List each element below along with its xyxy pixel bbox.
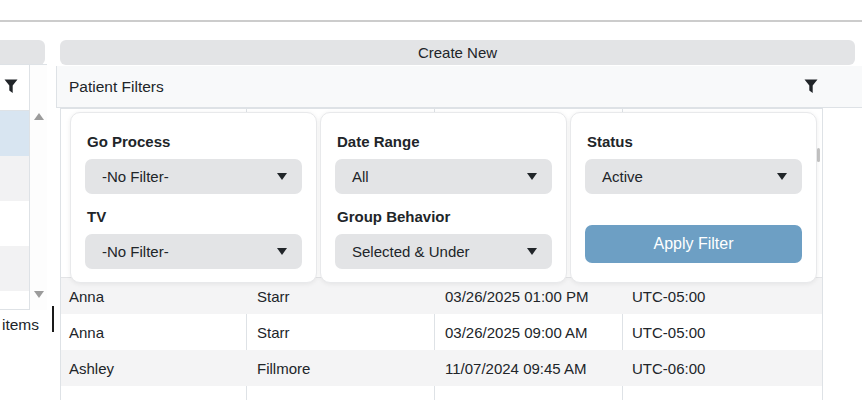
table-row[interactable]: Anna Starr 03/26/2025 01:00 PM UTC-05:00	[61, 278, 822, 314]
cell-datetime: 11/07/2024 09:45 AM	[434, 360, 622, 377]
apply-filter-label: Apply Filter	[653, 235, 733, 253]
filter-card-status: Status Active Apply Filter	[570, 112, 817, 283]
status-value: Active	[585, 168, 643, 185]
patient-filters-header: Patient Filters	[56, 66, 862, 108]
chevron-down-icon	[277, 173, 287, 180]
filter-card-date-range: Date Range All Group Behavior Selected &…	[320, 112, 567, 283]
funnel-icon[interactable]	[4, 79, 18, 94]
chevron-down-icon	[527, 173, 537, 180]
table-row[interactable]: Anna Starr 03/26/2025 09:00 AM UTC-05:00	[61, 314, 822, 350]
cell-timezone: UTC-05:00	[622, 288, 822, 305]
chevron-down-icon	[777, 173, 787, 180]
left-list-item-selected[interactable]	[0, 111, 29, 156]
left-filter-row	[0, 65, 29, 111]
app-window: Create New items Patient Filters	[0, 0, 862, 400]
group-behavior-select[interactable]: Selected & Under	[335, 234, 552, 269]
top-divider	[0, 20, 862, 22]
date-range-select[interactable]: All	[335, 159, 552, 194]
group-behavior-label: Group Behavior	[337, 208, 552, 225]
date-range-label: Date Range	[337, 133, 552, 150]
cell-last-name: Starr	[246, 324, 434, 341]
page-title: Patient Filters	[69, 78, 164, 96]
cell-first-name: Anna	[61, 288, 246, 305]
table-scrollbar-thumb[interactable]	[817, 148, 820, 162]
go-process-select[interactable]: -No Filter-	[85, 159, 302, 194]
create-new-label: Create New	[418, 44, 497, 61]
chevron-down-icon	[277, 248, 287, 255]
left-list-item[interactable]	[0, 156, 29, 201]
cell-last-name: Fillmore	[246, 360, 434, 377]
chevron-down-icon	[527, 248, 537, 255]
group-behavior-value: Selected & Under	[335, 243, 470, 260]
cell-first-name: Ashley	[61, 360, 246, 377]
status-select[interactable]: Active	[585, 159, 802, 194]
cell-datetime: 03/26/2025 09:00 AM	[434, 324, 622, 341]
left-cutoff-button[interactable]	[0, 40, 45, 65]
cell-last-name: Starr	[246, 288, 434, 305]
tv-label: TV	[87, 208, 302, 225]
left-panel-list	[0, 65, 30, 310]
status-label: Status	[587, 133, 802, 150]
cell-timezone: UTC-06:00	[622, 360, 822, 377]
create-new-button[interactable]: Create New	[60, 40, 855, 65]
left-panel	[0, 64, 47, 310]
go-process-label: Go Process	[87, 133, 302, 150]
table-row[interactable]: Ashley Fillmore 11/07/2024 09:45 AM UTC-…	[61, 350, 822, 386]
funnel-icon[interactable]	[804, 79, 818, 94]
text-cursor	[52, 306, 54, 332]
up-arrow-icon[interactable]	[34, 113, 44, 120]
cell-datetime: 03/26/2025 01:00 PM	[434, 288, 622, 305]
left-list-item[interactable]	[0, 201, 29, 246]
items-count-label: items	[2, 316, 39, 334]
apply-filter-button[interactable]: Apply Filter	[585, 225, 802, 263]
down-arrow-icon[interactable]	[34, 291, 44, 298]
cell-timezone: UTC-05:00	[622, 324, 822, 341]
left-list-item[interactable]	[0, 246, 29, 291]
tv-value: -No Filter-	[85, 243, 169, 260]
date-range-value: All	[335, 168, 369, 185]
go-process-value: -No Filter-	[85, 168, 169, 185]
filter-card-go-process: Go Process -No Filter- TV -No Filter-	[70, 112, 317, 283]
tv-select[interactable]: -No Filter-	[85, 234, 302, 269]
left-panel-scrollbar[interactable]	[30, 65, 47, 310]
cell-first-name: Anna	[61, 324, 246, 341]
